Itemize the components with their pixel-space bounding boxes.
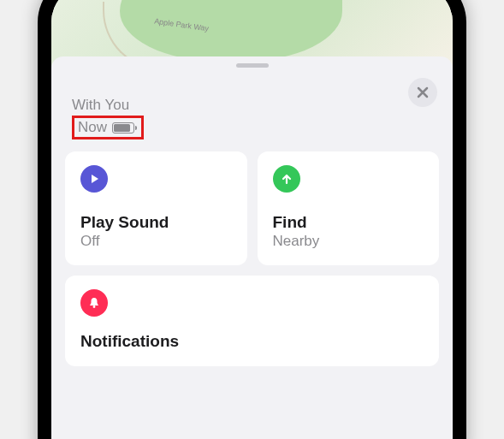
- battery-icon: [112, 122, 134, 133]
- highlight-annotation: Now: [72, 116, 144, 139]
- find-subtitle: Nearby: [273, 233, 424, 250]
- play-icon: [80, 165, 108, 193]
- sheet-header: With You Now: [51, 73, 453, 151]
- notifications-title: Notifications: [80, 332, 424, 351]
- device-name: [72, 76, 432, 95]
- play-sound-card[interactable]: Play Sound Off: [65, 151, 247, 265]
- find-title: Find: [273, 213, 424, 232]
- map-poi-label: Pruner: [420, 0, 444, 2]
- arrow-up-icon: [273, 165, 300, 193]
- find-card[interactable]: Find Nearby: [258, 151, 440, 265]
- sheet-grabber[interactable]: [236, 63, 269, 68]
- close-button[interactable]: [408, 78, 437, 107]
- notifications-card[interactable]: Notifications: [65, 276, 439, 366]
- location-status: With You: [72, 97, 432, 114]
- play-sound-title: Play Sound: [80, 213, 232, 232]
- bell-icon: [80, 289, 108, 317]
- detail-sheet: With You Now Play Sound Off: [51, 56, 453, 439]
- time-status: Now: [78, 119, 107, 136]
- svg-point-0: [93, 306, 96, 308]
- close-icon: [417, 86, 429, 98]
- play-sound-subtitle: Off: [80, 233, 232, 250]
